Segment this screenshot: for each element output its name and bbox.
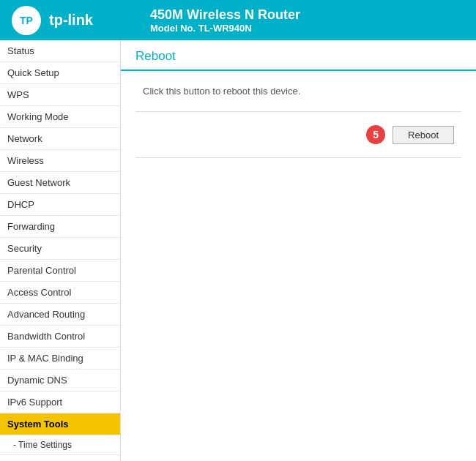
sidebar-subitem-time-settings[interactable]: - Time Settings — [0, 435, 120, 455]
reboot-row: 5 Reboot — [135, 119, 461, 150]
reboot-button[interactable]: Reboot — [393, 126, 454, 144]
sidebar-item-forwarding[interactable]: Forwarding — [0, 216, 120, 238]
header-title: 450M Wireless N Router Model No. TL-WR94… — [150, 7, 300, 34]
sidebar-item-wireless[interactable]: Wireless — [0, 150, 120, 172]
description-text: Click this button to reboot this device. — [143, 86, 461, 97]
sidebar-item-status[interactable]: Status — [0, 40, 120, 62]
logo-area: TP tp-link — [11, 5, 135, 36]
sidebar-item-dynamic-dns[interactable]: Dynamic DNS — [0, 370, 120, 391]
sidebar-item-working-mode[interactable]: Working Mode — [0, 106, 120, 128]
sidebar-item-ipv6-support[interactable]: IPv6 Support — [0, 391, 120, 413]
sidebar-item-parental-control[interactable]: Parental Control — [0, 260, 120, 282]
sidebar-item-system-tools[interactable]: System Tools — [0, 413, 120, 435]
header: TP tp-link 450M Wireless N Router Model … — [0, 0, 476, 40]
page-title: Reboot — [135, 49, 176, 63]
main-layout: Status Quick Setup WPS Working Mode Netw… — [0, 40, 476, 461]
divider-top — [135, 111, 461, 112]
brand-name: tp-link — [49, 12, 93, 29]
sidebar-item-wps[interactable]: WPS — [0, 84, 120, 106]
sidebar-item-bandwidth-control[interactable]: Bandwidth Control — [0, 326, 120, 348]
divider-bottom — [135, 157, 461, 158]
sidebar-item-dhcp[interactable]: DHCP — [0, 194, 120, 216]
sidebar-item-quick-setup[interactable]: Quick Setup — [0, 62, 120, 84]
sidebar-item-access-control[interactable]: Access Control — [0, 282, 120, 304]
page-header: Reboot — [121, 40, 476, 71]
sidebar-item-ip-mac-binding[interactable]: IP & MAC Binding — [0, 348, 120, 370]
svg-text:TP: TP — [20, 15, 33, 26]
tp-link-logo: TP — [11, 5, 42, 36]
model-number: Model No. TL-WR940N — [150, 23, 300, 34]
sidebar-subitem-diagnostic[interactable]: - Diagnostic — [0, 455, 120, 461]
content-area: Click this button to reboot this device.… — [121, 71, 476, 180]
reboot-badge: 5 — [366, 125, 385, 144]
main-content: Reboot Click this button to reboot this … — [121, 40, 476, 461]
sidebar-item-network[interactable]: Network — [0, 128, 120, 150]
sidebar-item-security[interactable]: Security — [0, 238, 120, 260]
sidebar-item-guest-network[interactable]: Guest Network — [0, 172, 120, 194]
product-name: 450M Wireless N Router — [150, 7, 300, 23]
sidebar: Status Quick Setup WPS Working Mode Netw… — [0, 40, 121, 461]
sidebar-item-advanced-routing[interactable]: Advanced Routing — [0, 304, 120, 326]
